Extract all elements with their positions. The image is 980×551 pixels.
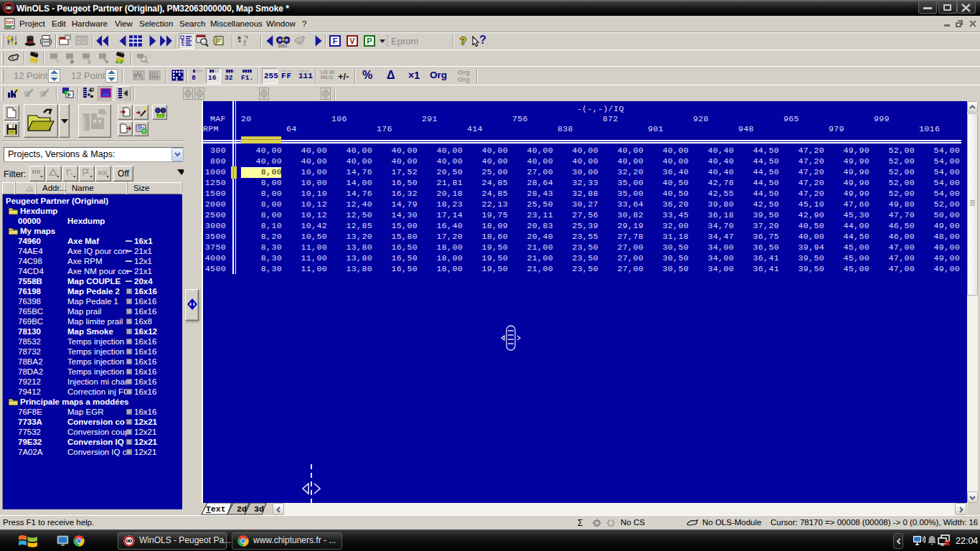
svg-text:F: F [67,92,71,98]
svg-text:IOI: IOI [6,20,14,25]
svg-text:FF: FF [158,114,164,118]
svg-text:IOII..: IOII.. [278,44,290,48]
svg-text:x: x [88,58,91,65]
svg-text:=: = [56,58,60,65]
svg-text:#-#: #-# [116,60,123,65]
